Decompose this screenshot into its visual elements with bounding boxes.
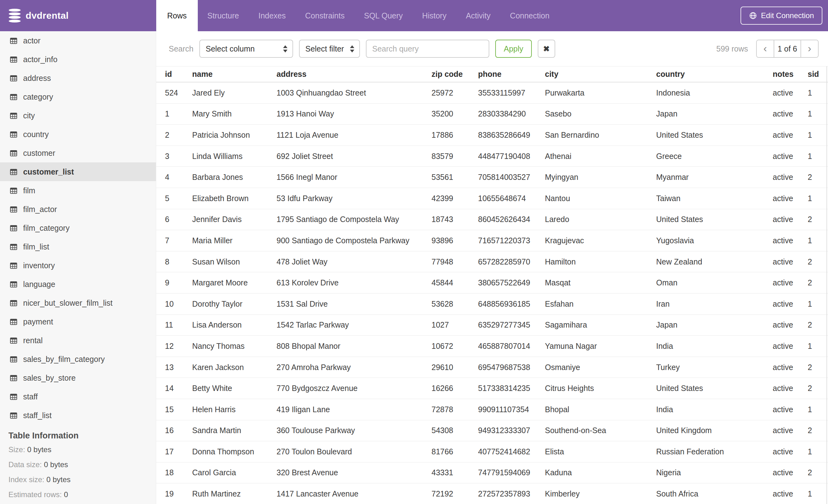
cell-city: Esfahan	[545, 300, 656, 309]
cell-city: Citrus Heights	[545, 384, 656, 393]
sidebar-item-film_category[interactable]: film_category	[0, 219, 156, 237]
table-row[interactable]: 5Elizabeth Brown53 Idfu Parkway423991065…	[156, 188, 828, 209]
table-row[interactable]: 15Helen Harris419 Iligan Lane72878990911…	[156, 399, 828, 420]
table-row[interactable]: 16Sandra Martin360 Toulouse Parkway54308…	[156, 420, 828, 442]
table-row[interactable]: 19Ruth Martinez1417 Lancaster Avenue7219…	[156, 484, 828, 504]
table-row[interactable]: 4Barbara Jones1566 Inegl Manor5356170581…	[156, 167, 828, 188]
tab-rows[interactable]: Rows	[156, 0, 198, 31]
sidebar-item-address[interactable]: address	[0, 69, 156, 87]
chevron-left-icon: ‹	[763, 42, 767, 54]
cell-notes: active	[773, 363, 808, 372]
table-row[interactable]: 17Donna Thompson270 Toulon Boulevard8176…	[156, 441, 828, 462]
cell-phone: 657282285970	[478, 257, 545, 266]
table-icon	[9, 224, 18, 232]
search-query-input[interactable]	[366, 40, 489, 58]
sidebar-item-film_list[interactable]: film_list	[0, 237, 156, 256]
clear-search-button[interactable]: ✖	[538, 40, 555, 58]
cell-zip-code: 53561	[431, 173, 478, 182]
table-row[interactable]: 14Betty White770 Bydgoszcz Avenue1626651…	[156, 378, 828, 399]
cell-sid: 2	[808, 278, 828, 287]
sidebar-item-category[interactable]: category	[0, 87, 156, 106]
sidebar-item-payment[interactable]: payment	[0, 312, 156, 331]
sidebar-item-city[interactable]: city	[0, 106, 156, 125]
sidebar-item-customer_list[interactable]: customer_list	[0, 163, 156, 181]
cell-address: 270 Amroha Parkway	[277, 363, 431, 372]
sidebar-item-film[interactable]: film	[0, 181, 156, 200]
cell-notes: active	[773, 88, 808, 97]
info-stat: Index size: 0 bytes	[0, 472, 156, 487]
table-row[interactable]: 6Jennifer Davis1795 Santiago de Composte…	[156, 209, 828, 230]
cell-address: 1566 Inegl Manor	[277, 173, 431, 182]
edit-connection-button[interactable]: Edit Connection	[741, 7, 822, 25]
cell-address: 692 Joliet Street	[277, 152, 431, 161]
table-icon	[9, 168, 18, 176]
sidebar-item-label: sales_by_film_category	[23, 355, 105, 364]
table-row[interactable]: 18Carol Garcia320 Brest Avenue4333174779…	[156, 462, 828, 484]
tab-constraints[interactable]: Constraints	[296, 0, 354, 31]
table-row[interactable]: 12Nancy Thomas808 Bhopal Manor1067246588…	[156, 336, 828, 357]
table-icon	[9, 411, 18, 420]
sidebar-item-sales_by_store[interactable]: sales_by_store	[0, 368, 156, 387]
apply-button[interactable]: Apply	[495, 40, 532, 58]
cell-phone: 28303384290	[478, 109, 545, 118]
sidebar-item-actor_info[interactable]: actor_info	[0, 50, 156, 69]
cell-phone: 517338314235	[478, 384, 545, 393]
database-icon	[9, 9, 20, 22]
cell-address: 770 Bydgoszcz Avenue	[277, 384, 431, 393]
tab-history[interactable]: History	[412, 0, 456, 31]
table-row[interactable]: 2Patricia Johnson1121 Loja Avenue1788683…	[156, 125, 828, 146]
table-row[interactable]: 524Jared Ely1003 Qinhuangdao Street25972…	[156, 83, 828, 104]
cell-address: 808 Bhopal Manor	[277, 341, 431, 351]
column-select[interactable]: Select column	[199, 40, 293, 58]
table-icon	[9, 299, 18, 307]
next-page-button[interactable]: ›	[801, 40, 818, 57]
table-row[interactable]: 13Karen Jackson270 Amroha Parkway2961069…	[156, 357, 828, 378]
scrollbar-track[interactable]	[826, 66, 827, 504]
cell-phone: 949312333307	[478, 426, 545, 435]
cell-name: Barbara Jones	[192, 173, 277, 182]
sidebar-item-film_actor[interactable]: film_actor	[0, 200, 156, 219]
sidebar-item-sales_by_film_category[interactable]: sales_by_film_category	[0, 350, 156, 368]
table-row[interactable]: 7Maria Miller900 Santiago de Compostela …	[156, 230, 828, 251]
sidebar-item-customer[interactable]: customer	[0, 144, 156, 163]
tab-structure[interactable]: Structure	[198, 0, 249, 31]
cell-notes: active	[773, 215, 808, 224]
cell-country: India	[656, 341, 773, 351]
sidebar-item-staff[interactable]: staff	[0, 387, 156, 406]
sidebar-item-actor[interactable]: actor	[0, 31, 156, 50]
sidebar-item-language[interactable]: language	[0, 275, 156, 293]
cell-city: Masqat	[545, 278, 656, 287]
app-header: dvdrental RowsStructureIndexesConstraint…	[0, 0, 828, 31]
column-header-zip-code: zip code	[431, 70, 478, 79]
cell-country: Yugoslavia	[656, 236, 773, 245]
cell-address: 1417 Lancaster Avenue	[277, 489, 431, 498]
filter-select[interactable]: Select filter	[299, 40, 360, 58]
sidebar-item-nicer_but_slower_film_list[interactable]: nicer_but_slower_film_list	[0, 293, 156, 312]
cell-sid: 1	[808, 131, 828, 140]
cell-city: Sagamihara	[545, 320, 656, 329]
tab-activity[interactable]: Activity	[456, 0, 500, 31]
table-row[interactable]: 1Mary Smith1913 Hanoi Way352002830338429…	[156, 104, 828, 125]
tab-sql-query[interactable]: SQL Query	[354, 0, 412, 31]
cell-sid: 1	[808, 194, 828, 203]
sidebar-item-staff_list[interactable]: staff_list	[0, 406, 156, 425]
sidebar-item-label: inventory	[23, 261, 55, 270]
sidebar-item-label: customer_list	[23, 167, 74, 176]
table-header-row: idnameaddresszip codephonecitycountrynot…	[156, 66, 828, 83]
cell-notes: active	[773, 278, 808, 287]
table-row[interactable]: 9Margaret Moore613 Korolev Drive45844380…	[156, 272, 828, 293]
sidebar-item-country[interactable]: country	[0, 125, 156, 144]
tab-connection[interactable]: Connection	[500, 0, 559, 31]
sidebar-item-label: city	[23, 111, 35, 120]
table-row[interactable]: 3Linda Williams692 Joliet Street83579448…	[156, 146, 828, 167]
table-row[interactable]: 8Susan Wilson478 Joliet Way7794865728228…	[156, 251, 828, 273]
cell-address: 360 Toulouse Parkway	[277, 426, 431, 435]
cell-notes: active	[773, 426, 808, 435]
sidebar-item-inventory[interactable]: inventory	[0, 256, 156, 275]
tab-indexes[interactable]: Indexes	[249, 0, 296, 31]
cell-id: 15	[165, 405, 192, 414]
sidebar-item-rental[interactable]: rental	[0, 331, 156, 350]
table-row[interactable]: 10Dorothy Taylor1531 Sal Drive5362864885…	[156, 293, 828, 315]
table-row[interactable]: 11Lisa Anderson1542 Tarlac Parkway102763…	[156, 315, 828, 336]
prev-page-button[interactable]: ‹	[757, 40, 774, 57]
